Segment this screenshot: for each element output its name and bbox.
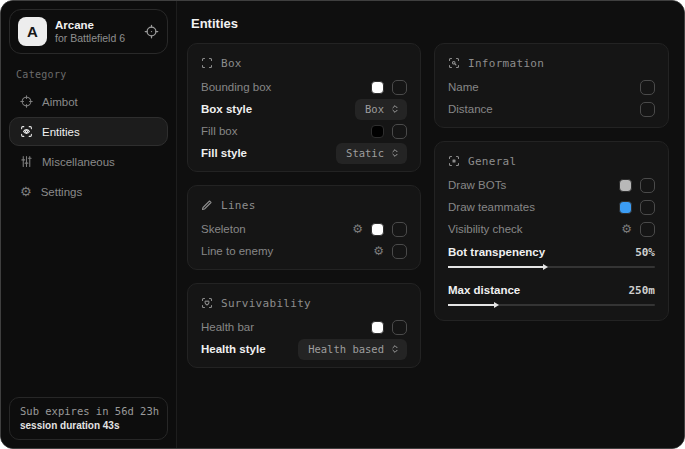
bot-transpenency-group: Bot transpenency 50%: [448, 242, 655, 271]
color-swatch[interactable]: [371, 321, 384, 334]
fill-box-checkbox[interactable]: [392, 124, 407, 139]
scan-eye-icon: [20, 125, 33, 138]
skeleton-checkbox[interactable]: [392, 222, 407, 237]
session-duration-text: session duration 43s: [20, 420, 157, 431]
row-label: Draw teammates: [448, 201, 619, 213]
sub-expiry-text: Sub expires in 56d 23h: [20, 405, 157, 417]
slider-value: 50%: [635, 246, 655, 259]
row-line-to-enemy: Line to enemy ⚙: [201, 240, 407, 262]
subscription-card: Sub expires in 56d 23h session duration …: [9, 397, 168, 440]
row-label: Line to enemy: [201, 245, 373, 257]
draw-teammates-checkbox[interactable]: [640, 200, 655, 215]
scan-heart-icon: [201, 297, 213, 309]
row-name: Name: [448, 76, 655, 98]
fill-style-dropdown[interactable]: Static: [336, 143, 407, 164]
card-title: Box: [221, 57, 242, 70]
visibility-check-checkbox[interactable]: [640, 222, 655, 237]
row-box-style: Box style Box: [201, 98, 407, 120]
health-bar-checkbox[interactable]: [392, 320, 407, 335]
chevrons-up-down-icon: [390, 148, 400, 158]
row-label: Visibility check: [448, 223, 621, 235]
pencil-icon: [201, 199, 213, 211]
slider-label: Bot transpenency: [448, 246, 635, 258]
slider-fill: [448, 266, 543, 268]
row-label: Health style: [201, 343, 298, 355]
chevrons-up-down-icon: [390, 344, 400, 354]
card-information: Information Name Distance: [434, 43, 669, 128]
target-icon[interactable]: [144, 24, 159, 39]
color-swatch[interactable]: [619, 179, 632, 192]
sidebar-item-aimbot[interactable]: Aimbot: [9, 87, 168, 116]
draw-bots-checkbox[interactable]: [640, 178, 655, 193]
sidebar-item-label: Miscellaneous: [42, 156, 115, 168]
gear-icon[interactable]: ⚙: [352, 223, 363, 235]
color-swatch[interactable]: [371, 125, 384, 138]
sidebar-item-miscellaneous[interactable]: Miscellaneous: [9, 147, 168, 176]
card-title: Survivability: [221, 297, 311, 310]
row-label: Bounding box: [201, 81, 371, 93]
row-skeleton: Skeleton ⚙: [201, 218, 407, 240]
color-swatch[interactable]: [371, 81, 384, 94]
distance-checkbox[interactable]: [640, 102, 655, 117]
row-label: Fill box: [201, 125, 371, 137]
sidebar: A Arcane for Battlefield 6 Category: [1, 1, 177, 448]
row-distance: Distance: [448, 98, 655, 120]
gear-icon[interactable]: ⚙: [621, 223, 632, 235]
crosshair-icon: [20, 95, 33, 108]
app-title-block: Arcane for Battlefield 6: [55, 18, 125, 46]
card-title: Lines: [221, 199, 256, 212]
card-title: General: [468, 155, 516, 168]
slider-fill: [448, 304, 494, 306]
row-bounding-box: Bounding box: [201, 76, 407, 98]
row-label: Box style: [201, 103, 355, 115]
sidebar-item-label: Entities: [42, 126, 80, 138]
health-style-dropdown[interactable]: Health based: [298, 339, 407, 360]
slider-label: Max distance: [448, 284, 629, 296]
line-to-enemy-checkbox[interactable]: [392, 244, 407, 259]
max-distance-slider[interactable]: [448, 301, 655, 309]
app-logo: A: [18, 17, 47, 46]
scan-brackets-icon: [201, 57, 213, 69]
box-style-dropdown[interactable]: Box: [355, 99, 407, 120]
sidebar-nav: Aimbot Entities Miscella: [9, 87, 168, 206]
card-survivability: Survivability Health bar Health style: [187, 283, 421, 368]
row-visibility-check: Visibility check ⚙: [448, 218, 655, 240]
dropdown-value: Box: [365, 103, 384, 115]
name-checkbox[interactable]: [640, 80, 655, 95]
gear-icon: ⚙: [20, 185, 32, 198]
row-label: Health bar: [201, 321, 371, 333]
row-label: Skeleton: [201, 223, 352, 235]
color-swatch[interactable]: [619, 201, 632, 214]
color-swatch[interactable]: [371, 223, 384, 236]
bounding-box-checkbox[interactable]: [392, 80, 407, 95]
sidebar-item-label: Aimbot: [42, 96, 78, 108]
main-panel: Entities Box Bounding box: [177, 1, 684, 448]
row-label: Draw BOTs: [448, 179, 619, 191]
sliders-icon: [20, 155, 33, 168]
card-lines: Lines Skeleton ⚙ Line to enemy ⚙: [187, 185, 421, 270]
row-fill-style: Fill style Static: [201, 142, 407, 164]
row-health-bar: Health bar: [201, 316, 407, 338]
scan-grid-icon: [448, 155, 460, 167]
row-draw-teammates: Draw teammates: [448, 196, 655, 218]
app-window: A Arcane for Battlefield 6 Category: [0, 0, 685, 449]
app-subtitle: for Battlefield 6: [55, 32, 125, 45]
bot-transpenency-slider[interactable]: [448, 263, 655, 271]
scan-search-icon: [448, 57, 460, 69]
card-box: Box Bounding box Box style Box: [187, 43, 421, 172]
row-fill-box: Fill box: [201, 120, 407, 142]
app-header-card: A Arcane for Battlefield 6: [9, 9, 168, 54]
sidebar-item-entities[interactable]: Entities: [9, 117, 168, 146]
slider-value: 250m: [629, 284, 656, 297]
sidebar-item-settings[interactable]: ⚙ Settings: [9, 177, 168, 206]
max-distance-group: Max distance 250m: [448, 280, 655, 309]
card-general: General Draw BOTs Draw teammates: [434, 141, 669, 321]
chevrons-up-down-icon: [390, 104, 400, 114]
sidebar-item-label: Settings: [41, 186, 83, 198]
dropdown-value: Static: [346, 147, 384, 159]
gear-icon[interactable]: ⚙: [373, 245, 384, 257]
card-title: Information: [468, 57, 544, 70]
row-label: Distance: [448, 103, 640, 115]
dropdown-value: Health based: [308, 343, 384, 355]
row-label: Name: [448, 81, 640, 93]
